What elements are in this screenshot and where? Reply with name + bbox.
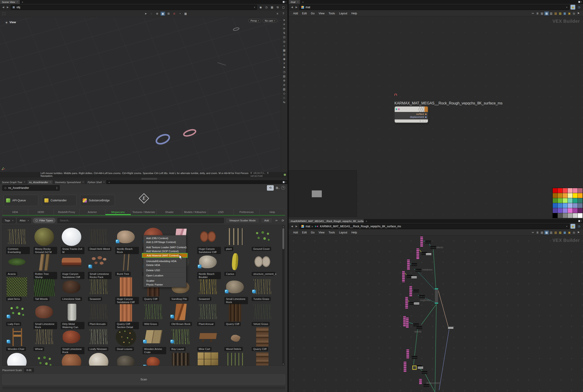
camera-icon[interactable]: ◉ bbox=[283, 57, 285, 60]
asset-thumbnail[interactable] bbox=[224, 352, 246, 366]
view-cube-icon[interactable]: ▦ bbox=[270, 5, 274, 10]
asset-cell[interactable]: Limestone Slab bbox=[61, 277, 88, 302]
tree-view-icon[interactable]: ≣ bbox=[535, 230, 540, 234]
back-icon[interactable]: ◀ bbox=[290, 225, 294, 228]
asset-cell[interactable] bbox=[34, 352, 61, 366]
node-shape-icon[interactable]: ▧ bbox=[553, 12, 558, 16]
asset-cell[interactable]: Plant Annuals bbox=[88, 302, 115, 327]
asset-thumbnail[interactable] bbox=[197, 252, 219, 273]
asset-thumbnail[interactable] bbox=[88, 327, 109, 348]
asset-cell[interactable]: Ground Cover bbox=[252, 227, 279, 252]
asset-cell[interactable]: Rotten Tree Stump bbox=[34, 252, 61, 277]
menu-tools[interactable]: Tools bbox=[327, 231, 337, 234]
asset-cell[interactable]: Small Limestone Rock bbox=[34, 302, 61, 327]
shade-icon[interactable]: ▧ bbox=[283, 88, 285, 91]
thumbnail-view-icon[interactable]: ▥ bbox=[549, 230, 553, 234]
palette-swatch[interactable] bbox=[568, 188, 572, 193]
select-arrow-icon[interactable]: ➤ bbox=[143, 12, 148, 16]
flag-icon[interactable]: ⚑ bbox=[283, 66, 285, 69]
pane-menu-caret-icon[interactable]: ▾ bbox=[285, 1, 286, 3]
asset-thumbnail[interactable] bbox=[115, 302, 137, 323]
api-queue-button[interactable]: API-Queue bbox=[4, 195, 38, 206]
node-output[interactable]: displacement bbox=[396, 116, 427, 118]
asset-thumbnail[interactable] bbox=[6, 227, 28, 248]
asset-cell[interactable]: Old Brown Book bbox=[170, 302, 197, 327]
asset-cell[interactable]: Tall Weeds bbox=[34, 277, 61, 302]
persp-button[interactable]: Persp▾ bbox=[248, 19, 261, 22]
asset-thumbnail[interactable] bbox=[143, 327, 164, 348]
mat-network-canvas[interactable]: VEX Builder KARMAX_MAT_MEGAS__Rock_Rough… bbox=[289, 16, 583, 219]
asset-cell[interactable]: plant ferns bbox=[6, 277, 34, 302]
palette-swatch[interactable] bbox=[553, 188, 557, 193]
asset-cell[interactable]: Acacia bbox=[6, 252, 34, 277]
palette-swatch[interactable] bbox=[553, 203, 557, 208]
menu-item[interactable]: Add (OBJ Context) bbox=[143, 236, 186, 240]
asset-cell[interactable]: Seaweed bbox=[197, 277, 224, 302]
asset-thumbnail[interactable] bbox=[61, 252, 82, 273]
parameter-pane-icon[interactable]: ▨ bbox=[558, 12, 562, 16]
menu-item[interactable]: Add Material (SOP Context) bbox=[143, 249, 186, 253]
scroll-up-icon[interactable]: ▲ bbox=[282, 226, 284, 227]
menu-item[interactable]: Open Location bbox=[143, 274, 186, 277]
history-icon[interactable]: ◷ bbox=[264, 5, 269, 10]
pane-menu-caret-icon[interactable]: ▾ bbox=[581, 1, 582, 3]
close-tab-icon[interactable]: × bbox=[50, 181, 51, 183]
asset-thumbnail[interactable] bbox=[115, 252, 137, 273]
gear-icon[interactable]: ⚙▾ bbox=[275, 186, 279, 190]
vex-network-canvas[interactable]: albedometalnessroughnessopacitydisplacem… bbox=[289, 236, 583, 392]
asset-cell[interactable]: Nordic Beach Rock bbox=[115, 227, 143, 252]
spinner-icon[interactable]: ▲▼ bbox=[56, 186, 58, 190]
palette-swatch[interactable] bbox=[578, 198, 582, 203]
refresh-icon[interactable]: ⟳ bbox=[280, 219, 285, 222]
asset-thumbnail[interactable] bbox=[34, 327, 55, 348]
add-icon[interactable]: ⊕ bbox=[283, 79, 285, 82]
asset-thumbnail[interactable] bbox=[170, 302, 191, 323]
tab-redshift-proxy[interactable]: Redshift Proxy bbox=[54, 209, 80, 215]
palette-swatch[interactable] bbox=[578, 188, 582, 193]
asset-thumbnail[interactable] bbox=[170, 327, 191, 348]
asset-thumbnail[interactable] bbox=[170, 352, 191, 366]
asset-thumbnail[interactable] bbox=[224, 277, 246, 298]
asset-cell[interactable] bbox=[224, 352, 252, 366]
palette-swatch[interactable] bbox=[558, 213, 562, 218]
search-icon[interactable]: ◎ bbox=[571, 12, 576, 16]
asset-cell[interactable]: Velvet Grass bbox=[252, 302, 279, 327]
display-options-icon[interactable]: ▩ bbox=[183, 12, 188, 16]
new-node-icon[interactable]: ▩ bbox=[562, 12, 567, 16]
path-dropdown-icon[interactable]: ▾ bbox=[566, 6, 567, 8]
toolbar-grip-icon[interactable]: ⁙⁙⁙⁙ bbox=[2, 12, 7, 16]
asset-cell[interactable]: Quarry Cliff Section Detail bbox=[115, 302, 143, 327]
search-icon[interactable]: ◎ bbox=[571, 230, 576, 234]
asset-cell[interactable]: Leafy Nineawn bbox=[88, 327, 115, 352]
snapshot-icon[interactable]: ▦ bbox=[284, 173, 286, 176]
brush-icon[interactable]: ✑ bbox=[274, 219, 279, 222]
cut-wires-icon[interactable]: ✂ bbox=[531, 12, 535, 16]
scene-viewport[interactable]: ◉ View Persp▾ No cam▾ ➤✛⟳⇅⊡◎⌖▦⊞◉≡⚑◷▤⊕⊘▧◇… bbox=[0, 17, 287, 172]
asset-cell[interactable]: structure_cement_s bbox=[252, 252, 279, 277]
help-icon[interactable]: ? bbox=[281, 186, 285, 190]
tab-hdri[interactable]: HDRI bbox=[28, 209, 54, 215]
pane-icon[interactable] bbox=[283, 1, 285, 3]
asset-cell[interactable]: Dirty Metal Watering Can bbox=[61, 302, 88, 327]
box-pick-icon[interactable]: ⊞ bbox=[166, 12, 171, 16]
swap-icon[interactable]: ⇆ bbox=[283, 100, 285, 104]
tab-textures-materials[interactable]: Textures / Materials bbox=[131, 209, 157, 215]
asset-thumbnail[interactable] bbox=[115, 227, 137, 248]
asset-cell[interactable]: Common Everlasting bbox=[6, 227, 34, 252]
asset-thumbnail[interactable] bbox=[34, 227, 55, 248]
tab-preferences[interactable]: Preferences bbox=[234, 209, 259, 215]
material-node-body[interactable]: surfacedisplacement ≡=− bbox=[394, 106, 428, 123]
forward-icon[interactable]: ▶ bbox=[6, 6, 9, 9]
scene-view-tab[interactable]: Scene View× bbox=[0, 0, 20, 4]
new-tab-button[interactable]: + bbox=[107, 180, 112, 184]
pin-icon[interactable]: ◉ bbox=[570, 224, 575, 229]
menu-edit[interactable]: Edit bbox=[300, 231, 309, 234]
asset-cell[interactable]: Wooden Ammo Crate bbox=[143, 327, 170, 352]
asset-cell[interactable]: Lady Fern bbox=[6, 302, 34, 327]
cut-wires-icon[interactable]: ✂ bbox=[531, 230, 535, 234]
tree-view-icon[interactable]: ≣ bbox=[535, 12, 540, 16]
disable-icon[interactable]: ⊘ bbox=[283, 83, 285, 86]
tab-help[interactable]: Help bbox=[259, 209, 285, 215]
node-flag[interactable] bbox=[425, 106, 428, 112]
palette-swatch[interactable] bbox=[563, 203, 567, 208]
